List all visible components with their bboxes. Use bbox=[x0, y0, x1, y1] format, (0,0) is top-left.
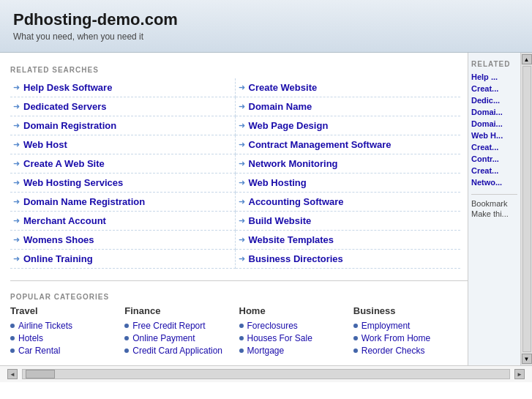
arrow-icon: ➜ bbox=[13, 235, 20, 245]
sidebar-link[interactable]: Dedic... bbox=[471, 96, 517, 105]
scroll-left-button[interactable]: ◄ bbox=[7, 369, 18, 379]
arrow-icon: ➜ bbox=[13, 83, 20, 92]
sidebar-links: Help ...Creat...Dedic...Domai...Domai...… bbox=[471, 72, 517, 187]
bullet-icon bbox=[124, 336, 129, 340]
scroll-track[interactable] bbox=[522, 66, 531, 352]
search-link[interactable]: Help Desk Software bbox=[23, 82, 112, 93]
site-subtitle: What you need, when you need it bbox=[13, 31, 519, 42]
sidebar-link[interactable]: Creat... bbox=[471, 166, 517, 175]
bookmark-label: Bookmark bbox=[471, 199, 517, 208]
search-item: ➜Domain Name Registration bbox=[10, 193, 236, 212]
category-link-item: Mortgage bbox=[239, 346, 346, 356]
category-link[interactable]: Houses For Sale bbox=[247, 333, 312, 343]
right-sidebar: RELATED Help ...Creat...Dedic...Domai...… bbox=[468, 53, 520, 365]
bullet-icon bbox=[124, 324, 129, 328]
category-link[interactable]: Car Rental bbox=[18, 346, 60, 356]
search-link[interactable]: Domain Name Registration bbox=[23, 196, 145, 207]
arrow-icon: ➜ bbox=[239, 254, 245, 264]
search-link[interactable]: Womens Shoes bbox=[23, 234, 94, 245]
scroll-up-button[interactable]: ▲ bbox=[522, 54, 532, 64]
search-item: ➜Web Hosting bbox=[236, 174, 461, 193]
arrow-icon: ➜ bbox=[13, 159, 20, 168]
search-link[interactable]: Domain Name bbox=[249, 101, 312, 112]
search-link[interactable]: Accounting Software bbox=[249, 196, 344, 207]
search-item: ➜Build Website bbox=[236, 212, 461, 231]
arrow-icon: ➜ bbox=[13, 216, 20, 225]
search-link[interactable]: Online Training bbox=[23, 253, 93, 264]
arrow-icon: ➜ bbox=[13, 140, 20, 149]
bullet-icon bbox=[10, 324, 15, 328]
horizontal-scroll-thumb[interactable] bbox=[26, 370, 55, 379]
search-item: ➜Web Hosting Services bbox=[10, 174, 236, 193]
sidebar-link[interactable]: Domai... bbox=[471, 119, 517, 128]
bottom-scrollbar-bar: ◄ ► bbox=[0, 365, 532, 382]
search-item: ➜Web Host bbox=[10, 135, 236, 154]
search-link[interactable]: Create Website bbox=[249, 82, 318, 93]
horizontal-scroll-track[interactable] bbox=[22, 369, 510, 379]
bullet-icon bbox=[239, 348, 244, 353]
category-title: Travel bbox=[10, 305, 117, 316]
popular-section: POPULAR CATEGORIES TravelAirline Tickets… bbox=[10, 280, 468, 358]
category-link[interactable]: Airline Tickets bbox=[18, 321, 72, 331]
vertical-scrollbar[interactable]: ▲ ▼ bbox=[520, 53, 532, 365]
arrow-icon: ➜ bbox=[13, 178, 20, 187]
scroll-down-button[interactable]: ▼ bbox=[522, 354, 532, 364]
search-item: ➜Merchant Account bbox=[10, 212, 236, 231]
arrow-icon: ➜ bbox=[13, 254, 20, 264]
category-link[interactable]: Free Credit Report bbox=[132, 321, 205, 331]
searches-grid: ➜Help Desk Software➜Create Website➜Dedic… bbox=[10, 78, 460, 269]
sidebar-link[interactable]: Web H... bbox=[471, 131, 517, 140]
arrow-icon: ➜ bbox=[239, 216, 245, 225]
arrow-icon: ➜ bbox=[239, 140, 245, 149]
category-link-item: Foreclosures bbox=[239, 321, 346, 331]
search-link[interactable]: Web Hosting Services bbox=[23, 177, 123, 188]
arrow-icon: ➜ bbox=[239, 159, 245, 168]
category-link[interactable]: Mortgage bbox=[247, 346, 285, 356]
category-link[interactable]: Foreclosures bbox=[247, 321, 298, 331]
bullet-icon bbox=[10, 348, 15, 353]
search-item: ➜Womens Shoes bbox=[10, 231, 236, 250]
sidebar-link[interactable]: Domai... bbox=[471, 108, 517, 116]
search-link[interactable]: Create A Web Site bbox=[23, 158, 105, 169]
arrow-icon: ➜ bbox=[239, 197, 245, 206]
bullet-icon bbox=[353, 324, 358, 328]
category-link[interactable]: Credit Card Application bbox=[132, 346, 222, 356]
sidebar-link[interactable]: Help ... bbox=[471, 72, 517, 81]
sidebar-link[interactable]: Contr... bbox=[471, 154, 517, 163]
search-link[interactable]: Website Templates bbox=[249, 234, 334, 245]
category-link-item: Employment bbox=[353, 321, 460, 331]
search-link[interactable]: Network Monitoring bbox=[249, 158, 338, 169]
category-link-item: Airline Tickets bbox=[10, 321, 117, 331]
arrow-icon: ➜ bbox=[13, 197, 20, 206]
search-link[interactable]: Merchant Account bbox=[23, 215, 106, 226]
search-link[interactable]: Business Directories bbox=[249, 253, 343, 264]
category-link-item: Car Rental bbox=[10, 346, 117, 356]
search-link[interactable]: Domain Registration bbox=[23, 120, 116, 131]
category-link[interactable]: Employment bbox=[361, 321, 411, 331]
search-link[interactable]: Build Website bbox=[249, 215, 312, 226]
search-link[interactable]: Web Page Design bbox=[249, 120, 329, 131]
search-item: ➜Online Training bbox=[10, 250, 236, 269]
category-col-0: TravelAirline TicketsHotelsCar Rental bbox=[10, 305, 117, 358]
sidebar-link[interactable]: Creat... bbox=[471, 84, 517, 93]
search-item: ➜Accounting Software bbox=[236, 193, 461, 212]
category-link-item: Reorder Checks bbox=[353, 346, 460, 356]
sidebar-link[interactable]: Netwo... bbox=[471, 178, 517, 187]
search-link[interactable]: Web Host bbox=[23, 139, 67, 150]
scroll-right-button[interactable]: ► bbox=[514, 369, 525, 379]
category-link[interactable]: Online Payment bbox=[132, 333, 195, 343]
category-link[interactable]: Work From Home bbox=[361, 333, 430, 343]
sidebar-link[interactable]: Creat... bbox=[471, 143, 517, 152]
search-item: ➜Domain Registration bbox=[10, 116, 236, 135]
main-content: RELATED SEARCHES ➜Help Desk Software➜Cre… bbox=[0, 53, 468, 365]
category-link[interactable]: Reorder Checks bbox=[361, 346, 425, 356]
category-link[interactable]: Hotels bbox=[18, 333, 43, 343]
search-item: ➜Dedicated Servers bbox=[10, 97, 236, 116]
sidebar-related-label: RELATED bbox=[471, 60, 517, 68]
popular-label: POPULAR CATEGORIES bbox=[10, 293, 468, 301]
arrow-icon: ➜ bbox=[239, 121, 245, 130]
search-link[interactable]: Web Hosting bbox=[249, 177, 307, 188]
search-link[interactable]: Contract Management Software bbox=[249, 139, 391, 150]
bullet-icon bbox=[10, 336, 15, 340]
search-link[interactable]: Dedicated Servers bbox=[23, 101, 106, 112]
